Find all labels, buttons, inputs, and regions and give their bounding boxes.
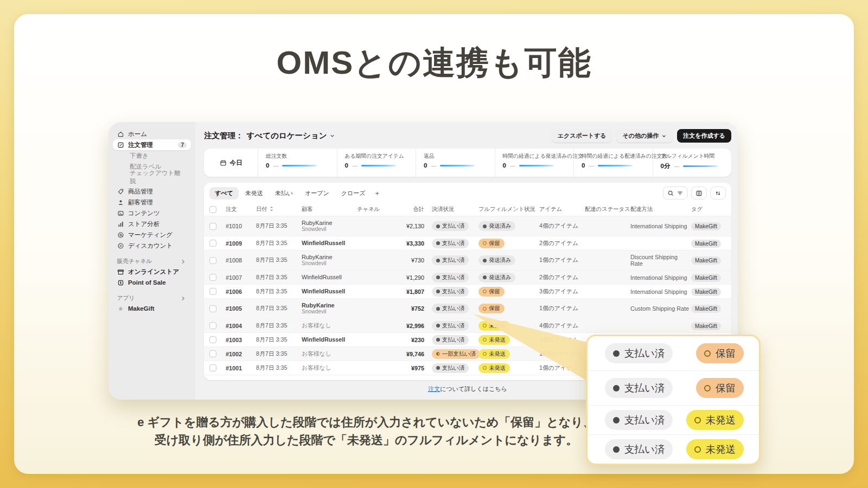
order-number: #1007 — [226, 274, 256, 281]
sidebar-item-label: コンテンツ — [128, 209, 160, 217]
col-fulfillment: フルフィルメント状況 — [478, 206, 539, 213]
sparkline — [683, 165, 718, 167]
sidebar-item-orders[interactable]: 注文管理 7 — [113, 139, 191, 150]
tab-closed[interactable]: クローズ — [336, 187, 371, 200]
home-icon — [117, 131, 124, 138]
table-row[interactable]: #1004 8月7日 3:35 お客様なし ¥2,996 支払い済 未発送 4個… — [204, 319, 731, 333]
delivery-method: International Shipping — [630, 223, 691, 229]
items-count: 10個のアイテム — [539, 350, 585, 358]
tab-all[interactable]: すべて — [209, 187, 239, 200]
items-count: 1個のアイテム — [539, 305, 585, 312]
metric-value: 0 — [424, 162, 427, 169]
more-actions-button[interactable]: その他の操作 — [616, 129, 673, 143]
sidebar-item-products[interactable]: 商品管理 — [113, 186, 191, 197]
tab-unfulfilled[interactable]: 未発送 — [240, 187, 269, 200]
order-date: 8月7日 3:35 — [256, 274, 302, 281]
metric-label: ある期間の注文アイテム — [345, 153, 409, 160]
unshipped-ring-icon — [483, 324, 487, 328]
paid-dot-icon — [436, 324, 440, 328]
payment-status: 支払い済 — [624, 442, 665, 456]
search-filter-button[interactable] — [663, 187, 688, 200]
callout-row: 支払い済 保留 — [588, 336, 759, 371]
location-selector[interactable]: すべてのロケーション — [247, 131, 327, 141]
metric-delivered-over-time: 時間の経過による配達済みの注文数 0— — [574, 149, 653, 177]
metric-ordered-items: ある期間の注文アイテム 0— — [337, 149, 417, 177]
row-checkbox[interactable] — [209, 288, 216, 295]
sidebar-item-customers[interactable]: 顧客管理 — [113, 197, 191, 208]
sidebar-item-checkout-abandonment[interactable]: チェックアウト離脱 — [113, 172, 191, 183]
table-row[interactable]: #1008 8月7日 3:35 RubyKarineSnowdevil ¥730… — [204, 251, 731, 271]
sidebar-item-home[interactable]: ホーム — [113, 129, 191, 139]
row-checkbox[interactable] — [209, 336, 216, 343]
row-checkbox[interactable] — [209, 240, 216, 247]
paid-dot-icon — [613, 350, 620, 357]
columns-button[interactable] — [691, 187, 707, 200]
sidebar-item-point-of-sale[interactable]: Point of Sale — [113, 277, 191, 288]
fulfillment-status: 保留 — [716, 381, 736, 395]
sort-button[interactable] — [710, 187, 726, 200]
payment-status: 支払い済 — [442, 274, 464, 281]
sidebar-item-label: マーケティング — [128, 231, 173, 239]
row-checkbox[interactable] — [209, 305, 216, 312]
callout-row: 支払い済 保留 — [588, 371, 759, 406]
delivery-method: Discount Shipping Rate — [630, 254, 691, 267]
chevron-right-icon — [180, 295, 187, 302]
payment-cell: 支払い済 — [432, 221, 478, 231]
order-date: 8月7日 3:35 — [256, 288, 302, 296]
sidebar-item-content[interactable]: コンテンツ — [113, 208, 191, 219]
sidebar-item-label: オンラインストア — [128, 268, 179, 276]
content-icon — [117, 210, 124, 217]
sidebar-item-marketing[interactable]: マーケティング — [113, 229, 191, 240]
table-row[interactable]: #1009 8月7日 3:35 WinfieldRussell ¥3,330 支… — [204, 236, 731, 251]
fulfillment-cell: 発送済み — [478, 273, 539, 282]
items-count: 4個のアイテム — [539, 322, 585, 330]
col-date[interactable]: 日付 — [256, 206, 302, 213]
table-row[interactable]: #1010 8月7日 3:35 RubyKarineSnowdevil ¥2,1… — [204, 216, 731, 236]
table-row[interactable]: #1007 8月7日 3:35 WinfieldRussell ¥1,290 支… — [204, 271, 731, 285]
sidebar-item-label: チェックアウト離脱 — [130, 169, 187, 185]
customer-cell: お客様なし — [302, 350, 357, 357]
export-button[interactable]: エクスポートする — [552, 129, 612, 143]
date-range-button[interactable]: 今日 — [204, 149, 258, 177]
items-count: 2個のアイテム — [539, 274, 585, 281]
metric-value: 0 — [266, 162, 269, 169]
sidebar-item-analytics[interactable]: ストア分析 — [113, 219, 191, 229]
order-number: #1005 — [226, 305, 256, 312]
create-order-button[interactable]: 注文を作成する — [677, 129, 731, 143]
row-checkbox[interactable] — [209, 364, 216, 371]
col-delivery-method: 配達方法 — [630, 206, 691, 213]
items-count: 1個のアイテム — [539, 364, 585, 372]
paid-dot-icon — [436, 241, 440, 245]
add-view-button[interactable]: + — [372, 188, 383, 198]
row-checkbox[interactable] — [209, 274, 216, 281]
sidebar-item-makegift[interactable]: MakeGift — [113, 303, 191, 314]
fulfillment-status: 未発送 — [706, 413, 736, 427]
paid-dot-icon — [436, 259, 440, 262]
sidebar-item-drafts[interactable]: 下書き — [113, 150, 191, 161]
sidebar-section-sales-channels[interactable]: 販売チャネル — [113, 255, 191, 266]
customer-company: Snowdevil — [302, 309, 357, 315]
orders-help-link[interactable]: 注文 — [428, 386, 440, 392]
table-row[interactable]: #1005 8月7日 3:35 RubyKarineSnowdevil ¥752… — [204, 299, 731, 319]
order-tag: MakeGift — [691, 256, 721, 265]
tag-cell: MakeGift — [691, 323, 731, 329]
sidebar-section-apps[interactable]: アプリ — [113, 292, 191, 303]
sidebar-item-discounts[interactable]: ディスカウント — [113, 240, 191, 251]
orders-icon — [117, 142, 124, 149]
unshipped-ring-icon — [483, 352, 487, 356]
tab-unpaid[interactable]: 未払い — [270, 187, 298, 200]
row-checkbox[interactable] — [209, 223, 216, 230]
paid-dot-icon — [436, 275, 440, 279]
hold-ring-icon — [483, 290, 487, 293]
row-checkbox[interactable] — [209, 350, 216, 357]
customer-cell: お客様なし — [302, 364, 357, 371]
payment-cell: 支払い済 — [432, 255, 478, 265]
row-checkbox[interactable] — [209, 257, 216, 264]
fulfillment-status: 未発送 — [706, 442, 736, 456]
tab-open[interactable]: オープン — [299, 187, 335, 200]
select-all-checkbox[interactable] — [209, 206, 216, 213]
fulfillment-status: 未発送 — [489, 322, 506, 330]
sidebar-item-online-store[interactable]: オンラインストア — [113, 266, 191, 277]
table-row[interactable]: #1006 8月7日 3:35 WinfieldRussell ¥1,807 支… — [204, 285, 731, 299]
row-checkbox[interactable] — [209, 322, 216, 329]
